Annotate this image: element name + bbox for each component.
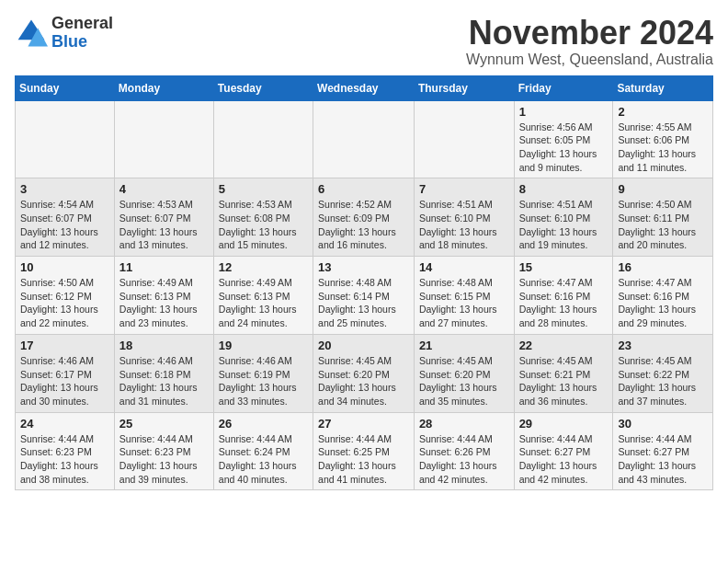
day-info: Sunrise: 4:48 AM Sunset: 6:14 PM Dayligh… <box>318 276 409 330</box>
day-number: 7 <box>419 182 509 196</box>
calendar-cell: 18Sunrise: 4:46 AM Sunset: 6:18 PM Dayli… <box>114 334 213 412</box>
calendar-cell: 9Sunrise: 4:50 AM Sunset: 6:11 PM Daylig… <box>613 178 713 257</box>
calendar-cell: 17Sunrise: 4:46 AM Sunset: 6:17 PM Dayli… <box>16 334 115 412</box>
calendar-week-row: 3Sunrise: 4:54 AM Sunset: 6:07 PM Daylig… <box>16 178 713 257</box>
day-info: Sunrise: 4:46 AM Sunset: 6:18 PM Dayligh… <box>119 354 209 408</box>
title-area: November 2024 Wynnum West, Queensland, A… <box>466 15 713 68</box>
day-number: 14 <box>419 260 509 274</box>
weekday-header-sunday: Sunday <box>16 75 115 100</box>
day-info: Sunrise: 4:51 AM Sunset: 6:10 PM Dayligh… <box>519 198 609 252</box>
calendar-cell: 2Sunrise: 4:55 AM Sunset: 6:06 PM Daylig… <box>613 100 713 178</box>
calendar-cell: 27Sunrise: 4:44 AM Sunset: 6:25 PM Dayli… <box>313 412 415 490</box>
weekday-header-row: SundayMondayTuesdayWednesdayThursdayFrid… <box>16 75 713 100</box>
day-info: Sunrise: 4:44 AM Sunset: 6:26 PM Dayligh… <box>419 432 509 487</box>
day-info: Sunrise: 4:45 AM Sunset: 6:20 PM Dayligh… <box>419 354 509 408</box>
day-info: Sunrise: 4:49 AM Sunset: 6:13 PM Dayligh… <box>119 276 209 330</box>
logo-general: General <box>51 14 113 32</box>
calendar-cell <box>414 100 514 178</box>
calendar-cell: 4Sunrise: 4:53 AM Sunset: 6:07 PM Daylig… <box>114 178 213 257</box>
weekday-header-wednesday: Wednesday <box>313 75 415 100</box>
day-info: Sunrise: 4:45 AM Sunset: 6:21 PM Dayligh… <box>519 354 609 408</box>
calendar-cell: 29Sunrise: 4:44 AM Sunset: 6:27 PM Dayli… <box>514 412 613 490</box>
day-info: Sunrise: 4:45 AM Sunset: 6:20 PM Dayligh… <box>318 354 409 408</box>
weekday-header-thursday: Thursday <box>414 75 514 100</box>
day-info: Sunrise: 4:47 AM Sunset: 6:16 PM Dayligh… <box>519 276 609 330</box>
calendar-cell: 13Sunrise: 4:48 AM Sunset: 6:14 PM Dayli… <box>313 257 415 335</box>
calendar-cell: 8Sunrise: 4:51 AM Sunset: 6:10 PM Daylig… <box>514 178 613 257</box>
day-info: Sunrise: 4:46 AM Sunset: 6:17 PM Dayligh… <box>20 354 109 408</box>
page-header: General Blue November 2024 Wynnum West, … <box>15 15 713 68</box>
day-number: 9 <box>618 182 708 196</box>
calendar-cell: 6Sunrise: 4:52 AM Sunset: 6:09 PM Daylig… <box>313 178 415 257</box>
day-info: Sunrise: 4:50 AM Sunset: 6:11 PM Dayligh… <box>618 198 708 252</box>
day-info: Sunrise: 4:44 AM Sunset: 6:23 PM Dayligh… <box>20 432 109 487</box>
weekday-header-monday: Monday <box>114 75 213 100</box>
day-number: 11 <box>119 260 209 274</box>
day-info: Sunrise: 4:44 AM Sunset: 6:25 PM Dayligh… <box>318 432 409 487</box>
day-number: 26 <box>219 417 308 431</box>
calendar-week-row: 10Sunrise: 4:50 AM Sunset: 6:12 PM Dayli… <box>16 257 713 335</box>
logo-text: General Blue <box>51 15 113 52</box>
calendar-cell: 30Sunrise: 4:44 AM Sunset: 6:27 PM Dayli… <box>613 412 713 490</box>
day-number: 28 <box>419 417 509 431</box>
calendar-cell: 20Sunrise: 4:45 AM Sunset: 6:20 PM Dayli… <box>313 334 415 412</box>
day-info: Sunrise: 4:50 AM Sunset: 6:12 PM Dayligh… <box>20 276 109 330</box>
day-number: 10 <box>20 260 109 274</box>
day-number: 3 <box>20 182 109 196</box>
day-number: 23 <box>618 339 708 352</box>
calendar-week-row: 24Sunrise: 4:44 AM Sunset: 6:23 PM Dayli… <box>16 412 713 490</box>
calendar-cell: 19Sunrise: 4:46 AM Sunset: 6:19 PM Dayli… <box>213 334 313 412</box>
day-info: Sunrise: 4:47 AM Sunset: 6:16 PM Dayligh… <box>618 276 708 330</box>
day-number: 5 <box>219 182 308 196</box>
day-info: Sunrise: 4:44 AM Sunset: 6:27 PM Dayligh… <box>618 432 708 487</box>
day-number: 15 <box>519 260 609 274</box>
day-info: Sunrise: 4:51 AM Sunset: 6:10 PM Dayligh… <box>419 198 509 252</box>
day-number: 21 <box>419 339 509 352</box>
day-info: Sunrise: 4:53 AM Sunset: 6:08 PM Dayligh… <box>219 198 308 252</box>
calendar-cell: 15Sunrise: 4:47 AM Sunset: 6:16 PM Dayli… <box>514 257 613 335</box>
logo: General Blue <box>15 15 113 52</box>
calendar-cell <box>313 100 415 178</box>
calendar-cell <box>213 100 313 178</box>
day-number: 13 <box>318 260 409 274</box>
calendar-cell: 16Sunrise: 4:47 AM Sunset: 6:16 PM Dayli… <box>613 257 713 335</box>
day-info: Sunrise: 4:55 AM Sunset: 6:06 PM Dayligh… <box>618 121 708 175</box>
month-title: November 2024 <box>466 15 713 52</box>
day-info: Sunrise: 4:44 AM Sunset: 6:24 PM Dayligh… <box>219 432 308 487</box>
day-number: 17 <box>20 339 109 352</box>
calendar-cell: 5Sunrise: 4:53 AM Sunset: 6:08 PM Daylig… <box>213 178 313 257</box>
day-info: Sunrise: 4:49 AM Sunset: 6:13 PM Dayligh… <box>219 276 308 330</box>
calendar-cell: 25Sunrise: 4:44 AM Sunset: 6:23 PM Dayli… <box>114 412 213 490</box>
day-number: 20 <box>318 339 409 352</box>
logo-icon <box>15 17 48 50</box>
calendar-cell: 7Sunrise: 4:51 AM Sunset: 6:10 PM Daylig… <box>414 178 514 257</box>
calendar-cell <box>114 100 213 178</box>
day-number: 24 <box>20 417 109 431</box>
calendar-cell: 23Sunrise: 4:45 AM Sunset: 6:22 PM Dayli… <box>613 334 713 412</box>
calendar-cell: 10Sunrise: 4:50 AM Sunset: 6:12 PM Dayli… <box>16 257 115 335</box>
day-number: 16 <box>618 260 708 274</box>
location-title: Wynnum West, Queensland, Australia <box>466 52 713 68</box>
calendar-cell: 14Sunrise: 4:48 AM Sunset: 6:15 PM Dayli… <box>414 257 514 335</box>
day-info: Sunrise: 4:53 AM Sunset: 6:07 PM Dayligh… <box>119 198 209 252</box>
calendar-cell: 12Sunrise: 4:49 AM Sunset: 6:13 PM Dayli… <box>213 257 313 335</box>
calendar-cell: 21Sunrise: 4:45 AM Sunset: 6:20 PM Dayli… <box>414 334 514 412</box>
calendar-cell: 28Sunrise: 4:44 AM Sunset: 6:26 PM Dayli… <box>414 412 514 490</box>
day-number: 25 <box>119 417 209 431</box>
day-number: 8 <box>519 182 609 196</box>
weekday-header-saturday: Saturday <box>613 75 713 100</box>
day-number: 19 <box>219 339 308 352</box>
day-number: 30 <box>618 417 708 431</box>
calendar-cell: 3Sunrise: 4:54 AM Sunset: 6:07 PM Daylig… <box>16 178 115 257</box>
calendar-cell: 26Sunrise: 4:44 AM Sunset: 6:24 PM Dayli… <box>213 412 313 490</box>
day-info: Sunrise: 4:46 AM Sunset: 6:19 PM Dayligh… <box>219 354 308 408</box>
calendar-cell: 22Sunrise: 4:45 AM Sunset: 6:21 PM Dayli… <box>514 334 613 412</box>
calendar-cell: 1Sunrise: 4:56 AM Sunset: 6:05 PM Daylig… <box>514 100 613 178</box>
day-number: 12 <box>219 260 308 274</box>
day-number: 18 <box>119 339 209 352</box>
calendar-week-row: 1Sunrise: 4:56 AM Sunset: 6:05 PM Daylig… <box>16 100 713 178</box>
day-info: Sunrise: 4:45 AM Sunset: 6:22 PM Dayligh… <box>618 354 708 408</box>
weekday-header-tuesday: Tuesday <box>213 75 313 100</box>
day-info: Sunrise: 4:54 AM Sunset: 6:07 PM Dayligh… <box>20 198 109 252</box>
day-number: 1 <box>519 105 609 119</box>
